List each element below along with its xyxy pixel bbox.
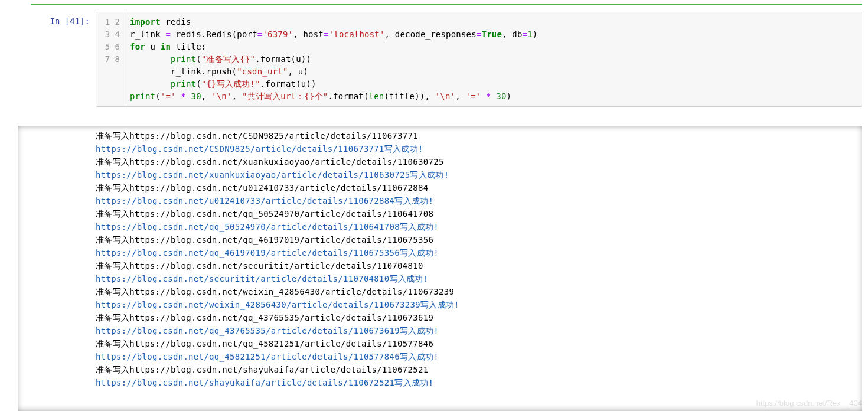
output-prepare-line: 准备写入https://blog.csdn.net/weixin_4285643… [96, 285, 862, 298]
code-content[interactable]: import redis r_link = redis.Redis(port='… [125, 12, 862, 106]
output-success-line: https://blog.csdn.net/securitit/article/… [96, 272, 862, 285]
output-success-line: https://blog.csdn.net/qq_45821251/articl… [96, 350, 862, 363]
output-prepare-line: 准备写入https://blog.csdn.net/CSDN9825/artic… [96, 129, 862, 142]
output-success-line: https://blog.csdn.net/weixin_42856430/ar… [96, 298, 862, 311]
output-success-line: https://blog.csdn.net/xuankuxiaoyao/arti… [96, 168, 862, 181]
output-prepare-line: 准备写入https://blog.csdn.net/qq_45821251/ar… [96, 337, 862, 350]
output-prepare-line: 准备写入https://blog.csdn.net/xuankuxiaoyao/… [96, 155, 862, 168]
code-cell: In [41]: 1 2 3 4 5 6 7 8 import redis r_… [31, 12, 862, 107]
output-prepare-line: 准备写入https://blog.csdn.net/securitit/arti… [96, 259, 862, 272]
output-success-line: https://blog.csdn.net/u012410733/article… [96, 194, 862, 207]
output-prepare-line: 准备写入https://blog.csdn.net/qq_43765535/ar… [96, 311, 862, 324]
output-prepare-line: 准备写入https://blog.csdn.net/u012410733/art… [96, 181, 862, 194]
output-area[interactable]: 准备写入https://blog.csdn.net/CSDN9825/artic… [18, 126, 862, 411]
output-success-line: https://blog.csdn.net/shayukaifa/article… [96, 376, 862, 389]
output-success-line: https://blog.csdn.net/qq_50524970/articl… [96, 220, 862, 233]
watermark: https://blog.csdn.net/Rex__404 [756, 399, 862, 407]
output-prepare-line: 准备写入https://blog.csdn.net/qq_46197019/ar… [96, 233, 862, 246]
output-text: 准备写入https://blog.csdn.net/CSDN9825/artic… [18, 126, 862, 389]
output-prepare-line: 准备写入https://blog.csdn.net/shayukaifa/art… [96, 363, 862, 376]
output-prepare-line: 准备写入https://blog.csdn.net/qq_50524970/ar… [96, 207, 862, 220]
line-gutter: 1 2 3 4 5 6 7 8 [96, 12, 125, 106]
input-prompt: In [41]: [31, 12, 96, 107]
output-success-line: https://blog.csdn.net/qq_43765535/articl… [96, 324, 862, 337]
output-success-line: https://blog.csdn.net/qq_46197019/articl… [96, 246, 862, 259]
notebook: In [41]: 1 2 3 4 5 6 7 8 import redis r_… [0, 0, 868, 411]
cell-top-border [31, 0, 862, 5]
output-success-line: https://blog.csdn.net/CSDN9825/article/d… [96, 142, 862, 155]
code-editor[interactable]: 1 2 3 4 5 6 7 8 import redis r_link = re… [96, 12, 862, 107]
